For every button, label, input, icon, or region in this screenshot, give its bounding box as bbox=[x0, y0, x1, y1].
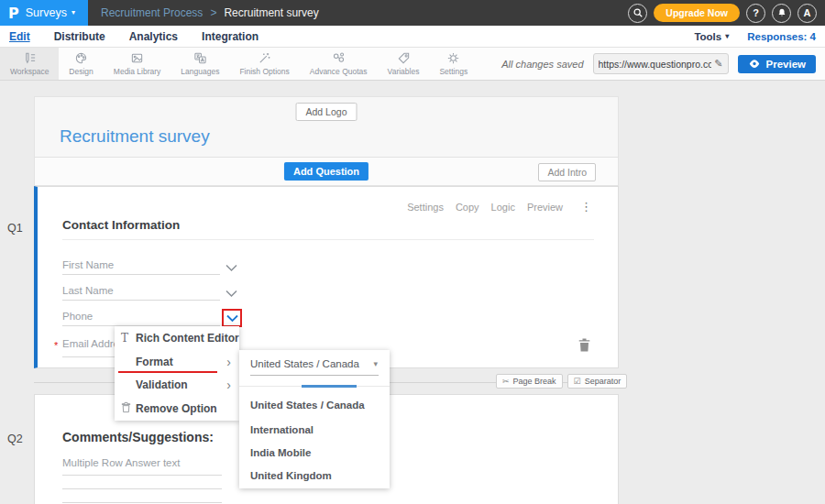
top-header-bar: P Surveys ▾ Recruitment Process > Recrui… bbox=[0, 0, 825, 26]
ribbon-item-finish-options[interactable]: Finish Options bbox=[229, 48, 299, 80]
ribbon-label: Workspace bbox=[10, 67, 49, 76]
field-phone-label[interactable]: Phone bbox=[62, 311, 93, 322]
ribbon-item-settings[interactable]: Settings bbox=[429, 48, 478, 80]
add-logo-button[interactable]: Add Logo bbox=[296, 103, 358, 121]
ribbon-label: Settings bbox=[439, 67, 468, 76]
ribbon-label: Design bbox=[69, 67, 93, 76]
page-break-label: Page Break bbox=[513, 377, 556, 386]
chevron-down-icon: ▾ bbox=[373, 359, 378, 368]
ribbon-label: Finish Options bbox=[239, 67, 289, 76]
question-preview-link[interactable]: Preview bbox=[527, 202, 563, 213]
page-break-button[interactable]: ✂ Page Break bbox=[496, 374, 563, 389]
breadcrumb-parent[interactable]: Recruitment Process bbox=[101, 6, 203, 19]
answer-row-underline bbox=[62, 488, 222, 489]
add-intro-button[interactable]: Add Intro bbox=[538, 163, 596, 181]
survey-url-field[interactable]: https://www.questionpro.com/t/APNrFZ ✎ bbox=[593, 53, 729, 74]
answer-row-underline bbox=[62, 475, 222, 476]
survey-header-panel: Add Logo Recruitment survey bbox=[34, 96, 619, 158]
select-underline bbox=[250, 375, 379, 376]
field-last-name-label[interactable]: Last Name bbox=[62, 285, 114, 296]
upgrade-now-button[interactable]: Upgrade Now bbox=[654, 4, 740, 22]
ribbon-item-variables[interactable]: Variables bbox=[378, 48, 430, 80]
save-status: All changes saved bbox=[501, 59, 583, 70]
question-logic-link[interactable]: Logic bbox=[491, 202, 515, 213]
question-settings-link[interactable]: Settings bbox=[407, 202, 444, 213]
question-copy-link[interactable]: Copy bbox=[456, 202, 479, 213]
tag-icon bbox=[397, 51, 411, 65]
avatar-initial: A bbox=[804, 7, 811, 18]
format-option-us-canada[interactable]: United States / Canada bbox=[250, 400, 365, 411]
format-option-united-kingdom[interactable]: United Kingdom bbox=[250, 470, 332, 481]
ribbon-item-media-library[interactable]: Media Library bbox=[104, 48, 171, 80]
checkbox-icon: ☑ bbox=[574, 377, 581, 386]
menu-item-label: Remove Option bbox=[136, 402, 217, 415]
surveys-menu[interactable]: Surveys ▾ bbox=[26, 6, 75, 19]
trash-icon bbox=[578, 337, 591, 353]
tab-integration[interactable]: Integration bbox=[202, 30, 258, 43]
menu-item-validation[interactable]: Validation › bbox=[115, 373, 239, 397]
more-options-icon[interactable]: ⋮ bbox=[580, 200, 592, 214]
multi-row-answer-placeholder[interactable]: Multiple Row Answer text bbox=[62, 457, 180, 468]
add-question-button[interactable]: Add Question bbox=[284, 162, 368, 181]
page-tools: ✂ Page Break ☑ Separator bbox=[496, 374, 627, 389]
field-options-chevron-icon[interactable] bbox=[226, 259, 238, 268]
annotation-highlight-box bbox=[222, 309, 242, 327]
field-options-chevron-icon[interactable] bbox=[226, 285, 238, 294]
nav-right: Tools ▾ Responses: 4 bbox=[694, 31, 825, 42]
menu-item-label: Rich Content Editor bbox=[136, 332, 239, 345]
field-last-name-underline bbox=[62, 300, 220, 301]
product-switcher[interactable]: P Surveys ▾ bbox=[0, 0, 88, 26]
workspace-icon bbox=[23, 51, 37, 65]
preview-button[interactable]: Preview bbox=[738, 55, 816, 73]
tab-analytics[interactable]: Analytics bbox=[129, 30, 178, 43]
ribbon-item-languages[interactable]: Languages bbox=[170, 48, 229, 80]
trash-icon bbox=[121, 400, 131, 417]
magic-wand-icon bbox=[258, 51, 271, 65]
survey-url-value: https://www.questionpro.com/t/APNrFZ bbox=[599, 59, 712, 70]
menu-item-rich-content-editor[interactable]: T Rich Content Editor bbox=[115, 326, 239, 350]
separator-label: Separator bbox=[585, 377, 622, 386]
notifications-button[interactable] bbox=[772, 4, 791, 23]
scissors-icon: ✂ bbox=[502, 377, 510, 386]
chevron-down-icon: ▾ bbox=[72, 9, 75, 16]
bell-icon bbox=[776, 7, 787, 18]
edit-url-icon[interactable]: ✎ bbox=[714, 58, 722, 70]
preview-label: Preview bbox=[766, 59, 806, 70]
eye-icon bbox=[748, 59, 761, 69]
question-2-title[interactable]: Comments/Suggestions: bbox=[62, 430, 214, 444]
account-avatar[interactable]: A bbox=[798, 4, 817, 23]
surveys-menu-label: Surveys bbox=[26, 6, 67, 19]
delete-field-button[interactable] bbox=[578, 337, 591, 353]
survey-title[interactable]: Recruitment survey bbox=[60, 126, 210, 147]
question-title-divider bbox=[62, 239, 594, 240]
responses-count[interactable]: Responses: 4 bbox=[747, 31, 816, 42]
format-option-international[interactable]: International bbox=[250, 424, 314, 435]
separator-button[interactable]: ☑ Separator bbox=[567, 374, 628, 389]
required-asterisk: * bbox=[54, 340, 58, 351]
ribbon-item-advance-quotas[interactable]: Advance Quotas bbox=[300, 48, 378, 80]
nav-tabs: Edit Distribute Analytics Integration bbox=[0, 30, 258, 43]
palette-icon bbox=[74, 51, 88, 65]
help-button[interactable]: ? bbox=[746, 4, 765, 23]
main-nav-bar: Edit Distribute Analytics Integration To… bbox=[0, 26, 825, 48]
search-icon bbox=[632, 7, 644, 18]
submenu-arrow-icon: › bbox=[226, 378, 231, 391]
menu-item-label: Validation bbox=[136, 378, 188, 391]
format-selected-value: United States / Canada bbox=[250, 358, 359, 369]
image-icon bbox=[130, 51, 144, 65]
tab-edit[interactable]: Edit bbox=[9, 30, 30, 43]
format-option-india-mobile[interactable]: India Mobile bbox=[250, 447, 311, 458]
translate-icon bbox=[193, 51, 207, 65]
tools-dropdown[interactable]: Tools ▾ bbox=[694, 31, 729, 42]
ribbon-item-workspace[interactable]: Workspace bbox=[0, 48, 59, 80]
chevron-down-icon: ▾ bbox=[725, 33, 729, 40]
format-select-dropdown[interactable]: United States / Canada ▾ bbox=[239, 350, 390, 376]
question-1-title[interactable]: Contact Information bbox=[62, 218, 180, 232]
search-button[interactable] bbox=[628, 4, 647, 23]
ribbon-item-design[interactable]: Design bbox=[59, 48, 103, 80]
tab-distribute[interactable]: Distribute bbox=[54, 30, 105, 43]
ribbon-right: All changes saved https://www.questionpr… bbox=[501, 48, 816, 80]
field-options-chevron-icon-active[interactable] bbox=[226, 314, 238, 323]
field-first-name-label[interactable]: First Name bbox=[62, 259, 114, 270]
menu-item-remove-option[interactable]: Remove Option bbox=[115, 397, 239, 421]
